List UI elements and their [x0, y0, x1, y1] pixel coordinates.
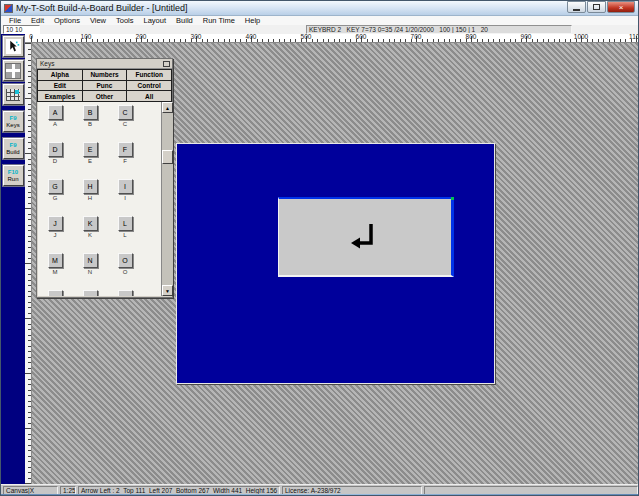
key-item-h: HH	[75, 179, 105, 201]
ruler-tick	[372, 39, 373, 42]
keys-panel-close-icon[interactable]	[163, 61, 170, 67]
key-button-o[interactable]: O	[118, 253, 133, 268]
menu-item-layout[interactable]: Layout	[139, 16, 172, 25]
key-item-m: MM	[40, 253, 70, 275]
ruler-tick	[28, 461, 31, 462]
scrollbar-thumb[interactable]	[162, 150, 173, 164]
ruler-tick	[191, 39, 192, 42]
enter-key[interactable]	[278, 197, 454, 277]
scroll-down-icon[interactable]: ▼	[162, 285, 173, 296]
ruler-label: 200	[136, 34, 147, 40]
ruler-tick	[28, 351, 31, 352]
keys-scrollbar[interactable]: ▲ ▼	[161, 102, 173, 296]
ruler-tick	[42, 39, 43, 42]
key-category-function[interactable]: Function	[127, 70, 171, 80]
menu-item-help[interactable]: Help	[240, 16, 265, 25]
ruler-tick	[28, 230, 31, 231]
menu-item-options[interactable]: Options	[49, 16, 85, 25]
select-tool-button[interactable]	[3, 36, 24, 57]
key-button-e[interactable]: E	[83, 142, 98, 157]
key-button[interactable]	[83, 290, 98, 296]
ruler-label: 300	[191, 34, 202, 40]
position-tool-button[interactable]	[3, 60, 24, 81]
ruler-tick	[290, 39, 291, 42]
key-item-i: II	[110, 179, 140, 201]
ruler-tick	[28, 362, 31, 363]
info-bar: 10 10 KEYBRD 2 KEY 7=73 0=35 /24 1/20/20…	[1, 25, 638, 34]
ruler-tick	[273, 39, 274, 42]
key-button-i[interactable]: I	[118, 179, 133, 194]
key-button-k[interactable]: K	[83, 216, 98, 231]
enter-arrow-icon	[349, 221, 381, 253]
key-label: I	[110, 195, 140, 201]
ruler-label: 700	[411, 34, 422, 40]
ruler-tick	[37, 39, 38, 42]
minimize-button[interactable]	[567, 1, 586, 13]
key-button-h[interactable]: H	[83, 179, 98, 194]
key-category-control[interactable]: Control	[127, 81, 171, 91]
maximize-button[interactable]	[587, 1, 606, 13]
key-button[interactable]	[118, 290, 133, 296]
ruler-tick	[592, 39, 593, 42]
key-item-f: FF	[110, 142, 140, 164]
menu-item-edit[interactable]: Edit	[26, 16, 49, 25]
key-button-l[interactable]: L	[118, 216, 133, 231]
ruler-tick	[488, 39, 489, 42]
ruler-tick	[28, 120, 31, 121]
key-button-n[interactable]: N	[83, 253, 98, 268]
ruler-tick	[28, 357, 31, 358]
ruler-tick	[438, 39, 439, 42]
ruler-tick	[28, 225, 31, 226]
key-button-g[interactable]: G	[48, 179, 63, 194]
board-info-text: KEYBRD 2 KEY 7=73 0=35 /24 1/20/2000 100…	[306, 25, 572, 34]
key-category-punc[interactable]: Punc	[83, 81, 127, 91]
scroll-up-icon[interactable]: ▲	[162, 102, 173, 113]
ruler-tick	[339, 39, 340, 42]
key-button-d[interactable]: D	[48, 142, 63, 157]
key-button-c[interactable]: C	[118, 105, 133, 120]
ruler-label: 800	[466, 34, 477, 40]
build-button[interactable]: F9 Build	[3, 138, 24, 159]
key-button-j[interactable]: J	[48, 216, 63, 231]
key-button[interactable]	[48, 290, 63, 296]
key-category-all[interactable]: All	[127, 91, 171, 101]
key-category-numbers[interactable]: Numbers	[83, 70, 127, 80]
key-button-m[interactable]: M	[48, 253, 63, 268]
ruler-label: 500	[301, 34, 312, 40]
grid-tool-button[interactable]	[3, 84, 24, 105]
ruler-tick	[163, 39, 164, 42]
ruler-tick	[28, 434, 31, 435]
keys-panel-titlebar[interactable]: Keys	[37, 59, 172, 69]
key-category-alpha[interactable]: Alpha	[38, 70, 82, 80]
ruler-tick	[147, 39, 148, 42]
selection-handle[interactable]	[451, 197, 454, 200]
key-category-edit[interactable]: Edit	[38, 81, 82, 91]
key-button-b[interactable]: B	[83, 105, 98, 120]
fkey-label: F9	[9, 142, 16, 149]
key-category-examples[interactable]: Examples	[38, 91, 82, 101]
key-label: B	[75, 121, 105, 127]
ruler-tick	[576, 39, 577, 42]
maximize-icon	[593, 4, 600, 10]
key-item-b: BB	[75, 105, 105, 127]
menu-item-view[interactable]: View	[85, 16, 111, 25]
run-button[interactable]: F10 Run	[3, 165, 24, 186]
menu-item-file[interactable]: File	[4, 16, 26, 25]
ruler-tick	[28, 197, 31, 198]
ruler-tick	[598, 39, 599, 42]
ruler-tick	[28, 445, 31, 446]
key-button-f[interactable]: F	[118, 142, 133, 157]
title-bar[interactable]: My-T-Soft Build-A-Board Builder - [Untit…	[1, 1, 638, 16]
close-button[interactable]: ×	[607, 1, 635, 13]
menu-item-run-time[interactable]: Run Time	[198, 16, 240, 25]
menu-item-tools[interactable]: Tools	[111, 16, 139, 25]
keyboard-surface[interactable]	[176, 143, 495, 384]
ruler-label: 400	[246, 34, 257, 40]
ruler-tick	[482, 39, 483, 42]
menu-item-build[interactable]: Build	[171, 16, 198, 25]
key-label: L	[110, 232, 140, 238]
keys-panel-button[interactable]: F9 Keys	[3, 111, 24, 132]
key-button-a[interactable]: A	[48, 105, 63, 120]
ruler-tick	[130, 39, 131, 42]
key-category-other[interactable]: Other	[83, 91, 127, 101]
